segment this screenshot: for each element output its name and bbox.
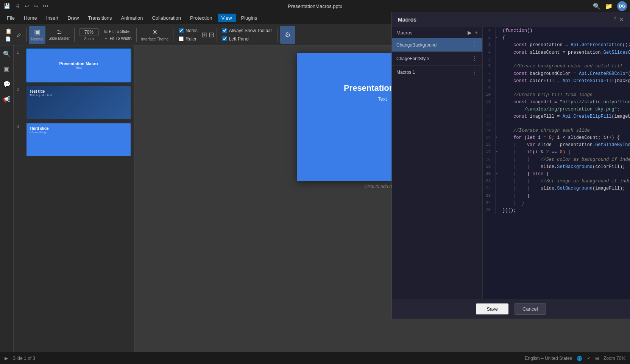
- macro-name-2: Macros 1: [396, 70, 415, 75]
- user-avatar[interactable]: DG: [617, 1, 627, 11]
- menu-plugins[interactable]: Plugins: [237, 14, 261, 22]
- slide-image-1[interactable]: Presentation Macro Text: [26, 48, 131, 82]
- grid2-icon[interactable]: ⊟: [209, 31, 214, 39]
- macros-dialog-title: Macros: [398, 17, 416, 23]
- slide-num-3: 3: [17, 124, 23, 129]
- left-panel-checkbox[interactable]: Left Panel: [221, 36, 274, 42]
- normal-label: Normal: [31, 37, 43, 41]
- menu-protection[interactable]: Protection: [186, 14, 216, 22]
- fit-to-slide-btn[interactable]: ⊞ Fit To Slide: [102, 28, 134, 34]
- cancel-button[interactable]: Cancel: [515, 303, 546, 315]
- code-line-9: 9: [483, 85, 630, 92]
- fit-to-width-btn[interactable]: ↔ Fit To Width: [102, 35, 134, 41]
- clipboard-group: 📋 📄: [3, 27, 14, 42]
- code-line-3: 3 const presentation = Api.GetPresentati…: [483, 42, 630, 49]
- zoom-value[interactable]: 70%: [79, 28, 99, 36]
- search-icon[interactable]: 🔍: [593, 3, 600, 10]
- save-button[interactable]: Save: [476, 303, 508, 314]
- always-toolbar-checkbox[interactable]: Always Show Toolbar: [221, 27, 274, 34]
- grid-group: ⊞ ⊟: [201, 31, 214, 39]
- slide-num-1: 1: [17, 50, 23, 54]
- macro-menu-0[interactable]: ⋮: [472, 41, 478, 48]
- code-line-19: 19 | | slide.SetBackground(colorFill);: [483, 163, 630, 171]
- play-icon[interactable]: ▶: [5, 356, 8, 361]
- undo-icon[interactable]: ↩: [24, 2, 30, 10]
- title-bar-right-actions: 🔍 📁 DG: [593, 1, 627, 11]
- menu-insert[interactable]: Insert: [42, 14, 62, 22]
- comments-icon[interactable]: 💬: [2, 79, 12, 89]
- slide-info: Slide 1 of 3: [12, 356, 35, 361]
- spell-check-icon[interactable]: ✓: [587, 356, 591, 361]
- globe-icon[interactable]: 🌐: [577, 356, 582, 361]
- slide-thumb-2[interactable]: 2 Test title This is just a test: [17, 86, 131, 120]
- left-panel-label: Left Panel: [229, 36, 250, 42]
- code-line-17: 17 ▸ | if(i % 2 == 0) {: [483, 149, 630, 156]
- sep2: [74, 28, 75, 42]
- slide-master-btn[interactable]: 🗂 Slide Master: [46, 26, 72, 44]
- sep5: [217, 28, 217, 42]
- copy-icon: 📄: [5, 36, 11, 42]
- macros-dialog-header: Macros ? ✕: [392, 12, 630, 27]
- menu-home[interactable]: Home: [20, 14, 41, 22]
- fit-icon[interactable]: ⊞: [595, 356, 599, 361]
- macros-help-icon[interactable]: ?: [613, 16, 616, 23]
- panel-checkboxes-group: Always Show Toolbar Left Panel: [219, 26, 275, 44]
- zoom-label: Zoom: [84, 37, 94, 41]
- notes-label: Notes: [186, 28, 197, 33]
- paste-btn[interactable]: 📋: [3, 27, 14, 35]
- more-icon[interactable]: •••: [42, 2, 49, 10]
- macros-icon: ⚙: [285, 31, 291, 39]
- macro-add-btn[interactable]: +: [475, 30, 478, 36]
- macros-list-title: Macros: [396, 30, 413, 36]
- title-bar-left-actions: 💾 🖨 ↩ ↪ •••: [3, 2, 49, 10]
- ruler-label: Ruler: [186, 36, 196, 42]
- macro-item-0[interactable]: ChangeBackground ⋮: [392, 38, 482, 52]
- slide3-sub: • Something: [30, 131, 128, 134]
- slides-icon[interactable]: ▣: [2, 64, 12, 74]
- menu-draw[interactable]: Draw: [64, 14, 83, 22]
- macro-item-2[interactable]: Macros 1 ⋮: [392, 65, 482, 79]
- menu-view[interactable]: View: [218, 14, 236, 22]
- macros-btn[interactable]: ⚙: [280, 26, 295, 44]
- macros-close-icon[interactable]: ✕: [619, 16, 624, 23]
- ruler-checkbox-input[interactable]: [179, 36, 184, 41]
- format-paste-btn[interactable]: 🖊: [15, 31, 24, 38]
- normal-icon: ▣: [34, 28, 41, 36]
- status-left: ▶ Slide 1 of 3: [5, 356, 35, 361]
- normal-view-btn[interactable]: ▣ Normal: [29, 26, 45, 44]
- zoom-info[interactable]: Zoom 70%: [603, 356, 625, 361]
- macro-item-1[interactable]: ChageFontStyle ⋮: [392, 52, 482, 65]
- macro-menu-2[interactable]: ⋮: [472, 68, 478, 76]
- copy-btn[interactable]: 📄: [3, 36, 14, 42]
- redo-icon[interactable]: ↪: [33, 2, 39, 10]
- menu-file[interactable]: File: [3, 14, 19, 22]
- menu-animation[interactable]: Animation: [117, 14, 147, 22]
- macro-run-btn[interactable]: ▶: [468, 30, 472, 36]
- zoom-btn[interactable]: 70% Zoom: [77, 26, 101, 44]
- always-toolbar-input[interactable]: [222, 28, 227, 33]
- code-line-14: 14 //Iterate through each slide: [483, 127, 630, 134]
- macro-menu-1[interactable]: ⋮: [472, 55, 478, 62]
- language-info[interactable]: English – United States: [525, 356, 572, 361]
- slide-thumb-3[interactable]: 3 Third slide • Something: [17, 123, 131, 157]
- location-icon[interactable]: 📁: [605, 3, 613, 10]
- interface-theme-btn[interactable]: ☀ Interface Theme: [139, 26, 171, 44]
- save-icon[interactable]: 💾: [3, 2, 11, 10]
- status-right: English – United States 🌐 ✓ ⊞ Zoom 70%: [525, 356, 625, 361]
- broadcast-icon[interactable]: 📢: [2, 94, 12, 104]
- ruler-checkbox[interactable]: Ruler: [177, 36, 199, 42]
- slide-image-2[interactable]: Test title This is just a test: [26, 86, 131, 120]
- menu-transitions[interactable]: Transitions: [84, 14, 116, 22]
- search-sidebar-icon[interactable]: 🔍: [2, 48, 12, 59]
- notes-checkbox[interactable]: Notes: [177, 27, 199, 34]
- slide-thumb-1[interactable]: 1 Presentation Macro Text: [17, 48, 131, 82]
- print-icon[interactable]: 🖨: [14, 2, 21, 10]
- left-panel-input[interactable]: [222, 36, 227, 41]
- code-line-11b: /samples/img/presentation_sky.png";: [483, 106, 630, 113]
- sep6: [278, 28, 278, 42]
- slide-image-3[interactable]: Third slide • Something: [26, 123, 131, 157]
- menu-collaboration[interactable]: Collaboration: [148, 14, 185, 22]
- code-editor[interactable]: 1 (function() 2 ▸ { 3 const pr: [483, 27, 630, 299]
- notes-checkbox-input[interactable]: [179, 28, 184, 33]
- grid1-icon[interactable]: ⊞: [201, 31, 207, 39]
